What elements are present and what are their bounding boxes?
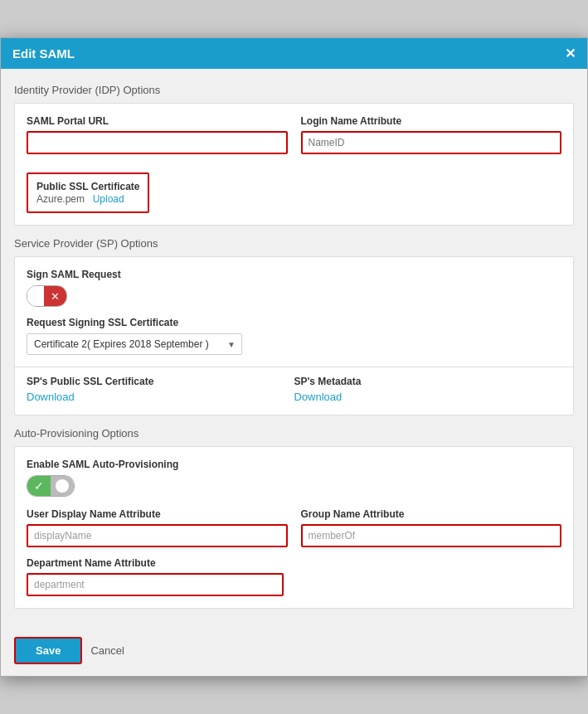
sign-saml-label: Sign SAML Request bbox=[27, 269, 561, 280]
saml-portal-url-col: SAML Portal URL bbox=[27, 115, 288, 154]
dialog-header: Edit SAML ✕ bbox=[1, 38, 587, 69]
enable-auto-prov-toggle-wrapper[interactable]: ✓ bbox=[27, 475, 561, 497]
group-name-label: Group Name Attribute bbox=[301, 508, 562, 520]
group-name-col: Group Name Attribute bbox=[301, 508, 562, 547]
signing-cert-wrapper: Certificate 2( Expires 2018 September ) … bbox=[27, 333, 561, 355]
idp-section-title: Identity Provider (IDP) Options bbox=[14, 84, 574, 96]
sp-section-title: Service Provider (SP) Options bbox=[14, 237, 574, 250]
toggle-on-check: ✓ bbox=[27, 476, 51, 496]
edit-saml-dialog: Edit SAML ✕ Identity Provider (IDP) Opti… bbox=[0, 37, 588, 677]
ssl-cert-box: Public SSL Certificate Azure.pem Upload bbox=[27, 172, 149, 213]
sp-metadata-col: SP's Metadata Download bbox=[294, 376, 562, 403]
ssl-cert-filename: Azure.pem bbox=[36, 193, 85, 205]
save-button[interactable]: Save bbox=[14, 637, 82, 664]
idp-section-box: SAML Portal URL Login Name Attribute Pub… bbox=[14, 103, 574, 226]
signing-cert-dropdown-wrapper: Certificate 2( Expires 2018 September ) … bbox=[27, 333, 242, 355]
login-name-attr-input[interactable] bbox=[301, 131, 562, 154]
toggle-off-grey bbox=[51, 476, 74, 496]
ssl-cert-upload-link[interactable]: Upload bbox=[93, 193, 124, 205]
dept-name-label: Department Name Attribute bbox=[27, 557, 561, 569]
sp-links-row: SP's Public SSL Certificate Download SP'… bbox=[27, 376, 561, 403]
ssl-cert-label: Public SSL Certificate bbox=[36, 181, 139, 192]
sign-saml-toggle-wrapper[interactable]: ✕ bbox=[27, 285, 561, 307]
sp-metadata-label: SP's Metadata bbox=[294, 376, 562, 387]
login-name-attr-label: Login Name Attribute bbox=[301, 115, 562, 127]
sp-metadata-download-link[interactable]: Download bbox=[294, 391, 343, 403]
saml-portal-url-label: SAML Portal URL bbox=[27, 115, 288, 127]
sp-section-box: Sign SAML Request ✕ Request Signing SSL … bbox=[14, 256, 574, 415]
auto-prov-section-box: Enable SAML Auto-Provisioning ✓ User Dis… bbox=[14, 446, 574, 609]
enable-auto-prov-toggle[interactable]: ✓ bbox=[27, 475, 75, 497]
cancel-button[interactable]: Cancel bbox=[90, 644, 124, 657]
ssl-cert-wrapper: Public SSL Certificate Azure.pem Upload bbox=[27, 164, 561, 213]
idp-top-row: SAML Portal URL Login Name Attribute bbox=[27, 115, 561, 154]
attr-row-1: User Display Name Attribute Group Name A… bbox=[27, 508, 561, 547]
group-name-input[interactable] bbox=[301, 524, 562, 547]
sign-saml-toggle[interactable]: ✕ bbox=[27, 285, 67, 307]
signing-cert-select[interactable]: Certificate 2( Expires 2018 September ) bbox=[27, 333, 242, 355]
dialog-footer: Save Cancel bbox=[1, 629, 587, 676]
toggle-knob-left bbox=[27, 286, 44, 306]
signing-cert-label: Request Signing SSL Certificate bbox=[27, 317, 561, 328]
login-name-attr-col: Login Name Attribute bbox=[301, 115, 562, 154]
dialog-title: Edit SAML bbox=[12, 46, 75, 61]
user-display-label: User Display Name Attribute bbox=[27, 508, 288, 520]
user-display-col: User Display Name Attribute bbox=[27, 508, 288, 547]
auto-prov-section-title: Auto-Provisioning Options bbox=[14, 427, 574, 440]
divider bbox=[15, 367, 573, 367]
dialog-body: Identity Provider (IDP) Options SAML Por… bbox=[1, 69, 587, 629]
close-button[interactable]: ✕ bbox=[565, 47, 576, 61]
sp-ssl-col: SP's Public SSL Certificate Download bbox=[27, 376, 294, 403]
enable-auto-prov-label: Enable SAML Auto-Provisioning bbox=[27, 459, 561, 470]
ssl-cert-file-row: Azure.pem Upload bbox=[36, 192, 139, 205]
dept-name-wrapper: Department Name Attribute bbox=[27, 557, 561, 596]
toggle-off-icon: ✕ bbox=[44, 286, 66, 306]
dept-name-input[interactable] bbox=[27, 573, 284, 596]
sp-ssl-download-link[interactable]: Download bbox=[27, 391, 75, 403]
saml-portal-url-input[interactable] bbox=[27, 131, 288, 154]
user-display-input[interactable] bbox=[27, 524, 288, 547]
sp-ssl-label: SP's Public SSL Certificate bbox=[27, 376, 294, 387]
